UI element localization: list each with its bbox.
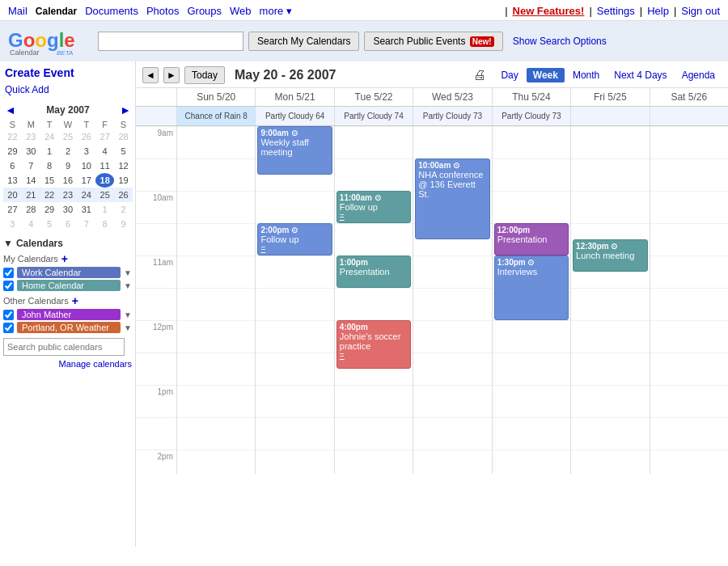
mini-cal-day[interactable]: 22 [3,129,22,144]
view-month-button[interactable]: Month [566,68,606,82]
add-my-calendar-button[interactable]: + [61,252,68,265]
mini-cal-day[interactable]: 7 [77,217,95,231]
work-calendar-checkbox[interactable] [3,268,14,278]
mini-cal-day[interactable]: 29 [3,144,22,158]
mini-cal-day[interactable]: 27 [3,202,22,217]
prev-week-button[interactable]: ◄ [142,67,159,83]
signout-link[interactable]: Sign out [681,5,720,17]
mini-cal-prev[interactable]: ◄ [3,103,18,116]
mini-cal-day[interactable]: 4 [95,144,114,158]
nav-mail[interactable]: Mail [8,5,28,17]
mini-cal-day[interactable]: 9 [114,217,133,231]
nav-more[interactable]: more ▾ [260,5,292,17]
mini-cal-day[interactable]: 30 [59,202,78,217]
mini-cal-day[interactable]: 10 [77,158,95,173]
view-week-button[interactable]: Week [527,68,565,82]
mini-cal-day[interactable]: 31 [77,202,95,217]
search-input[interactable] [98,32,243,51]
day-column[interactable]: 9:00am ⊙Weekly staff meeting2:00pm ⊙Foll… [255,126,333,474]
calendar-event[interactable]: 12:00pm Presentation [494,223,569,256]
search-my-calendars-button[interactable]: Search My Calendars [248,32,359,51]
nav-groups[interactable]: Groups [187,5,222,17]
mini-cal-day[interactable]: 19 [114,173,133,188]
calendar-event[interactable]: 9:00am ⊙Weekly staff meeting [257,126,332,175]
mini-cal-day[interactable]: 23 [22,129,40,144]
mini-cal-day[interactable]: 2 [59,144,78,158]
calendar-event[interactable]: 2:00pm ⊙Follow up= [257,223,332,256]
mini-cal-day[interactable]: 21 [22,188,40,202]
mini-cal-day[interactable]: 15 [40,173,59,188]
portland-calendar-checkbox[interactable] [3,323,14,333]
mini-cal-day[interactable]: 26 [77,129,95,144]
portland-calendar-dropdown[interactable]: ▼ [124,323,132,332]
mini-cal-day[interactable]: 13 [3,173,22,188]
day-column[interactable]: 12:00pm Presentation1:30pm ⊙Interviews [492,126,570,474]
mini-cal-day[interactable]: 16 [59,173,78,188]
mini-cal-day[interactable]: 27 [95,129,114,144]
search-public-events-button[interactable]: Search Public Events New! [364,32,502,51]
mini-cal-day[interactable]: 22 [40,188,59,202]
mini-cal-day[interactable]: 25 [59,129,78,144]
mini-cal-day[interactable]: 5 [40,217,59,231]
mini-cal-day[interactable]: 12 [114,158,133,173]
calendar-event[interactable]: 1:30pm ⊙Interviews [494,256,569,320]
manage-calendars-link[interactable]: Manage calendars [3,359,132,369]
show-search-options-link[interactable]: Show Search Options [513,36,607,47]
view-agenda-button[interactable]: Agenda [675,68,722,82]
mini-cal-day[interactable]: 6 [3,158,22,173]
quick-add-link[interactable]: Quick Add [3,82,132,97]
mini-cal-day[interactable]: 6 [59,217,78,231]
help-link[interactable]: Help [647,5,669,17]
mini-cal-day[interactable]: 17 [77,173,95,188]
calendar-event[interactable]: 12:30pm ⊙Lunch meeting [573,239,647,272]
mini-cal-day[interactable]: 1 [40,144,59,158]
print-icon[interactable]: 🖨 [473,68,486,82]
calendar-event[interactable]: 1:00pm Presentation [336,256,411,288]
calendar-event[interactable]: 11:00am ⊙Follow up= [336,191,411,223]
mini-cal-next[interactable]: ► [118,103,133,116]
mini-cal-day[interactable]: 5 [114,144,133,158]
mini-cal-day[interactable]: 28 [22,202,40,217]
mini-cal-day[interactable]: 8 [95,217,114,231]
search-public-calendars-input[interactable] [3,338,125,356]
mini-cal-day[interactable]: 14 [22,173,40,188]
mini-cal-day[interactable]: 24 [40,129,59,144]
mini-cal-day[interactable]: 3 [77,144,95,158]
mini-cal-day[interactable]: 1 [95,202,114,217]
mini-cal-day[interactable]: 24 [77,188,95,202]
calendar-event[interactable]: 10:00am ⊙NHA conference @ 136 Everett St… [415,158,489,239]
day-column[interactable] [650,126,728,474]
mini-cal-day[interactable]: 3 [3,217,22,231]
next-week-button[interactable]: ► [163,67,180,83]
work-calendar-dropdown[interactable]: ▼ [124,268,132,277]
mini-cal-day[interactable]: 7 [22,158,40,173]
day-column[interactable]: 12:30pm ⊙Lunch meeting [570,126,649,474]
day-column[interactable] [176,126,255,474]
day-column[interactable]: 11:00am ⊙Follow up=1:00pm Presentation4:… [334,126,413,474]
mini-cal-day[interactable]: 26 [114,188,133,202]
john-calendar-checkbox[interactable] [3,310,14,320]
day-column[interactable]: 10:00am ⊙NHA conference @ 136 Everett St… [413,126,491,474]
mini-cal-day[interactable]: 28 [114,129,133,144]
home-calendar-checkbox[interactable] [3,281,14,291]
mini-cal-day[interactable]: 2 [114,202,133,217]
calendar-event[interactable]: 4:00pm Johnie's soccer practice= [336,320,411,369]
nav-web[interactable]: Web [230,5,252,17]
mini-cal-day[interactable]: 11 [95,158,114,173]
new-features-link[interactable]: New Features! [513,5,585,17]
john-calendar-dropdown[interactable]: ▼ [124,310,132,319]
add-other-calendar-button[interactable]: + [72,294,78,307]
mini-cal-day[interactable]: 29 [40,202,59,217]
mini-cal-day[interactable]: 25 [95,188,114,202]
mini-cal-day[interactable]: 4 [22,217,40,231]
settings-link[interactable]: Settings [597,5,635,17]
view-day-button[interactable]: Day [494,68,524,82]
mini-cal-day[interactable]: 30 [22,144,40,158]
today-button[interactable]: Today [184,66,225,84]
mini-cal-day[interactable]: 20 [3,188,22,202]
mini-cal-day[interactable]: 23 [59,188,78,202]
home-calendar-dropdown[interactable]: ▼ [124,281,132,290]
create-event-link[interactable]: Create Event [3,65,132,81]
mini-cal-day[interactable]: 8 [40,158,59,173]
mini-cal-day[interactable]: 18 [95,173,114,188]
